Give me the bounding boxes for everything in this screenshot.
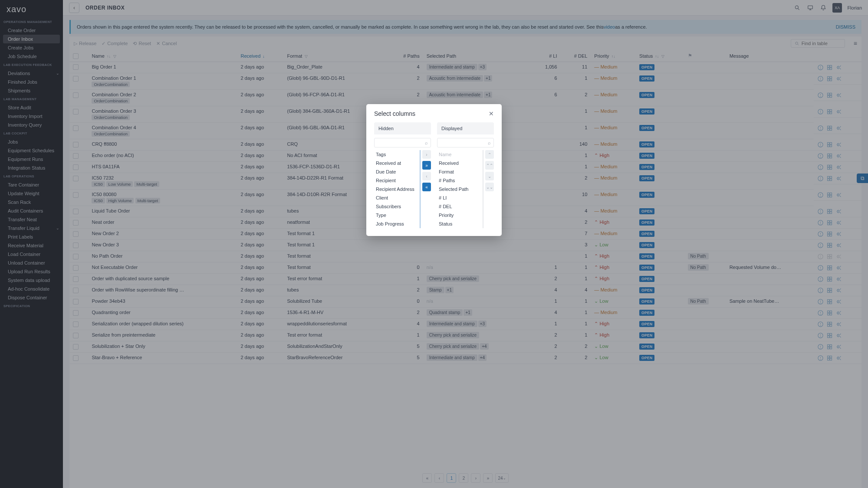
hidden-column-item[interactable]: Client [374,193,420,202]
move-right-all[interactable]: » [422,161,431,170]
move-up-one[interactable]: ⌃ [485,150,494,159]
modal-overlay[interactable]: Select columns ✕ Hidden ⌕ TagsReceived a… [0,0,868,488]
move-down-one[interactable]: ⌄ [485,172,494,180]
move-right-one[interactable]: › [422,150,431,159]
displayed-column-item[interactable]: # LI [437,193,483,202]
hidden-column-item[interactable]: Job Progress [374,219,420,228]
hidden-label: Hidden [374,122,431,134]
displayed-column-item[interactable]: Format [437,167,483,176]
hidden-column-item[interactable]: Subscribers [374,202,420,211]
hidden-column-item[interactable]: Recipient [374,176,420,185]
displayed-column-item[interactable]: Received [437,159,483,167]
move-left-one[interactable]: ‹ [422,172,431,180]
move-left-all[interactable]: « [422,183,431,191]
move-top[interactable]: ⌃⌃ [485,161,494,170]
close-icon[interactable]: ✕ [489,110,494,117]
select-columns-modal: Select columns ✕ Hidden ⌕ TagsReceived a… [366,104,502,236]
hidden-column-item[interactable]: Type [374,211,420,219]
displayed-column-item[interactable]: Priority [437,211,483,219]
hidden-search[interactable]: ⌕ [374,138,431,147]
displayed-search[interactable]: ⌕ [437,138,494,147]
modal-title: Select columns [374,110,415,117]
displayed-column-item[interactable]: Name [437,150,483,159]
hidden-column-item[interactable]: Received at [374,159,420,167]
displayed-label: Displayed [437,122,494,134]
displayed-column-item[interactable]: Selected Path [437,185,483,193]
displayed-columns-list[interactable]: NameReceivedFormat# PathsSelected Path# … [437,150,483,228]
hidden-column-item[interactable]: Tags [374,150,420,159]
displayed-column-item[interactable]: # DEL [437,202,483,211]
displayed-column-item[interactable]: # Paths [437,176,483,185]
hidden-columns-list[interactable]: TagsReceived atDue DateRecipientRecipien… [374,150,421,228]
hidden-column-item[interactable]: Recipient Address [374,185,420,193]
displayed-column-item[interactable]: Status [437,219,483,228]
hidden-column-item[interactable]: Due Date [374,167,420,176]
move-bottom[interactable]: ⌄⌄ [485,183,494,191]
